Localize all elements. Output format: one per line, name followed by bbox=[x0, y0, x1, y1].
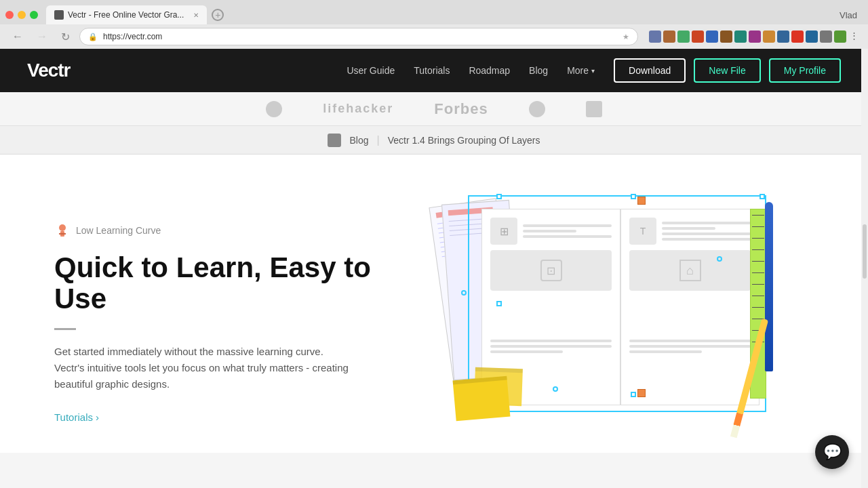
browser-user-label: Vlad bbox=[840, 10, 863, 20]
address-bar-field[interactable]: 🔒 https://vectr.com ★ bbox=[79, 28, 638, 45]
tab-close-button[interactable]: ✕ bbox=[193, 12, 199, 19]
feature-label-text: Low Learning Curve bbox=[76, 225, 161, 236]
illustration-area: ⊞ ⊡ bbox=[393, 195, 814, 426]
feature-icon bbox=[54, 222, 71, 239]
ext-icon-7[interactable] bbox=[734, 30, 747, 43]
new-tab-button[interactable]: + bbox=[210, 7, 226, 23]
title-divider bbox=[54, 328, 76, 330]
ext-icon-8[interactable] bbox=[749, 30, 761, 43]
url-text: https://vectr.com bbox=[103, 32, 162, 41]
my-profile-button[interactable]: My Profile bbox=[769, 58, 841, 83]
ext-icon-9[interactable] bbox=[763, 30, 775, 43]
ext-icon-6[interactable] bbox=[720, 30, 732, 43]
announcement-icon bbox=[328, 134, 341, 147]
forward-button[interactable]: → bbox=[33, 29, 52, 44]
ext-icon-12[interactable] bbox=[806, 30, 818, 43]
nav-user-guide[interactable]: User Guide bbox=[347, 65, 395, 76]
nav-roadmap[interactable]: Roadmap bbox=[469, 65, 510, 76]
pen-illustration bbox=[765, 202, 773, 371]
announcement-divider: | bbox=[376, 134, 379, 146]
new-file-button[interactable]: New File bbox=[694, 58, 760, 83]
blog-link[interactable]: Blog bbox=[349, 135, 368, 146]
selection-handle-tl bbox=[496, 194, 502, 199]
browser-chrome: Vectr - Free Online Vector Gra... ✕ + Vl… bbox=[0, 0, 868, 49]
minimize-button[interactable] bbox=[18, 11, 26, 19]
ext-icon-1[interactable] bbox=[649, 30, 661, 43]
anchor-point-2 bbox=[553, 386, 558, 392]
press-logo-icon-3 bbox=[586, 101, 602, 117]
book-right-page: T ⌂ bbox=[621, 209, 759, 405]
content-title: Quick to Learn, Easy to Use bbox=[54, 252, 393, 314]
logo[interactable]: Vectr bbox=[27, 60, 71, 81]
nav-blog[interactable]: Blog bbox=[529, 65, 548, 76]
ext-icon-13[interactable] bbox=[820, 30, 832, 43]
sticky-note-1 bbox=[453, 376, 511, 422]
tab-title: Vectr - Free Online Vector Gra... bbox=[68, 10, 184, 20]
chat-icon: 💬 bbox=[823, 443, 842, 461]
browser-extensions: ⋮ bbox=[649, 30, 860, 43]
press-logos-bar: lifehacker Forbes bbox=[0, 92, 868, 126]
download-button[interactable]: Download bbox=[614, 58, 686, 83]
browser-tab[interactable]: Vectr - Free Online Vector Gra... ✕ bbox=[46, 5, 207, 24]
anchor-point-1 bbox=[461, 290, 467, 296]
tab-favicon bbox=[54, 10, 64, 20]
extensions-more-button[interactable]: ⋮ bbox=[848, 30, 860, 43]
arrow-right-icon: › bbox=[96, 411, 99, 423]
press-logo-lifehacker: lifehacker bbox=[323, 102, 393, 116]
scrollbar[interactable] bbox=[861, 49, 868, 488]
selection-handle-tm bbox=[631, 194, 636, 199]
ext-icon-10[interactable] bbox=[777, 30, 789, 43]
website-content: Vectr User Guide Tutorials Roadmap Blog … bbox=[0, 49, 868, 453]
address-icons: ★ bbox=[623, 33, 629, 41]
main-nav: Vectr User Guide Tutorials Roadmap Blog … bbox=[0, 49, 868, 92]
chat-button[interactable]: 💬 bbox=[815, 435, 849, 469]
close-button[interactable] bbox=[5, 11, 14, 19]
nav-links: User Guide Tutorials Roadmap Blog More ▾ bbox=[347, 65, 595, 76]
press-logo-icon-1 bbox=[266, 101, 282, 117]
content-description: Get started immediately without the mass… bbox=[54, 344, 353, 392]
nav-actions: Download New File My Profile bbox=[614, 58, 841, 83]
ext-icon-2[interactable] bbox=[663, 30, 675, 43]
press-logo-forbes: Forbes bbox=[434, 100, 488, 118]
svg-rect-2 bbox=[59, 233, 66, 235]
tutorials-link[interactable]: Tutorials › bbox=[54, 411, 393, 423]
back-button[interactable]: ← bbox=[8, 29, 27, 44]
refresh-button[interactable]: ↻ bbox=[57, 29, 74, 45]
ext-icon-4[interactable] bbox=[692, 30, 704, 43]
illustration-wrapper: ⊞ ⊡ bbox=[441, 195, 766, 426]
maximize-button[interactable] bbox=[30, 11, 38, 19]
red-selection-1 bbox=[637, 197, 646, 205]
ext-icon-11[interactable] bbox=[791, 30, 804, 43]
nav-tutorials[interactable]: Tutorials bbox=[414, 65, 450, 76]
book-illustration: ⊞ ⊡ bbox=[481, 209, 760, 405]
content-left: Low Learning Curve Quick to Learn, Easy … bbox=[54, 209, 393, 423]
traffic-lights bbox=[5, 11, 38, 19]
main-content: Low Learning Curve Quick to Learn, Easy … bbox=[0, 155, 868, 453]
anchor-point-3 bbox=[717, 256, 722, 262]
ext-icon-14[interactable] bbox=[834, 30, 846, 43]
ext-icon-5[interactable] bbox=[706, 30, 718, 43]
nav-more[interactable]: More ▾ bbox=[567, 65, 595, 76]
chevron-down-icon: ▾ bbox=[591, 67, 595, 75]
press-logo-icon-2 bbox=[529, 101, 545, 117]
selection-handle-tr bbox=[760, 194, 765, 199]
scrollbar-thumb[interactable] bbox=[863, 224, 867, 279]
ext-icon-3[interactable] bbox=[677, 30, 690, 43]
svg-point-0 bbox=[59, 224, 66, 231]
announcement-bar: Blog | Vectr 1.4 Brings Grouping Of Laye… bbox=[0, 126, 868, 155]
announcement-link[interactable]: Vectr 1.4 Brings Grouping Of Layers bbox=[388, 135, 540, 146]
feature-label: Low Learning Curve bbox=[54, 222, 393, 239]
